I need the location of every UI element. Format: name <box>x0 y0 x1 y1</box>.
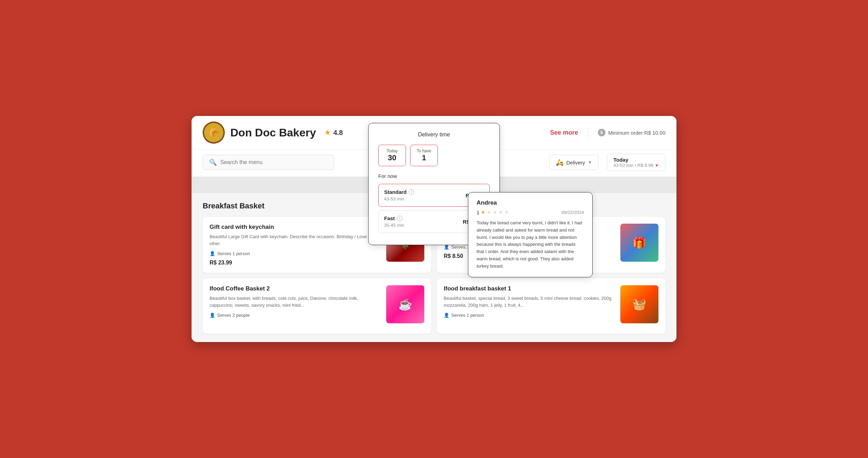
star-empty-2: ★ <box>493 209 497 215</box>
popup-title: Delivery time <box>378 132 490 138</box>
coin-icon: $ <box>598 129 605 136</box>
product-desc-4: Beautiful basket, special bread, 3 sweet… <box>444 295 615 308</box>
star-filled-1: ★ <box>481 209 485 215</box>
search-box[interactable]: 🔍 <box>203 155 334 170</box>
product-info-3: Ifood Coffee Basket 2 Beautiful box bask… <box>210 285 381 321</box>
person-icon-1: 👤 <box>210 251 215 256</box>
chevron-red-icon: ▼ <box>655 163 659 168</box>
serves-row-4: 👤 Serves 1 person <box>444 313 615 318</box>
logo-icon: 🥐 <box>204 123 223 142</box>
review-text: Today the bread came very burnt, I didn'… <box>477 219 584 270</box>
info-icon-standard[interactable]: i <box>409 189 414 195</box>
product-image-2: 🎁 <box>620 224 658 262</box>
tab-today-num: 30 <box>385 153 399 162</box>
product-card-3[interactable]: Ifood Coffee Basket 2 Beautiful box bask… <box>203 278 431 334</box>
tab-tohave-label: To have <box>417 149 431 153</box>
product-info-4: Ifood breakfast basket 1 Beautiful baske… <box>444 285 615 321</box>
today-sub-text: 43-53 min • R$ 9.99 <box>613 163 653 168</box>
serves-text-1: Serves 1 person <box>217 251 250 256</box>
date-tabs: Today 30 To have 1 <box>378 145 490 166</box>
product-name-1: Gift card with keychain <box>210 224 381 231</box>
delivery-selector[interactable]: 🛵 Delivery ▼ <box>549 155 599 170</box>
today-button[interactable]: Today 43-53 min • R$ 9.99 ▼ <box>607 154 665 171</box>
search-input[interactable] <box>220 159 328 165</box>
store-rating: ★ 4.8 <box>324 128 343 137</box>
min-order: $ Minimum order R$ 10.00 <box>598 129 665 136</box>
star-empty-3: ★ <box>498 209 503 215</box>
review-stars: 1 ★ ★ ★ ★ ★ <box>477 209 509 215</box>
today-label: Today <box>613 157 659 163</box>
today-sub: 43-53 min • R$ 9.99 ▼ <box>613 163 659 168</box>
for-now-label: For now <box>378 173 490 179</box>
delivery-icon: 🛵 <box>556 159 564 166</box>
info-icon-fast[interactable]: i <box>397 216 402 221</box>
tab-today-label: Today <box>385 149 399 153</box>
min-order-label: Minimum order R$ 10.00 <box>608 130 665 136</box>
rating-value: 4.8 <box>333 129 343 137</box>
product-image-4: 🧺 <box>620 285 658 323</box>
star-icon: ★ <box>324 128 331 137</box>
product-name-3: Ifood Coffee Basket 2 <box>210 285 381 292</box>
store-name: Don Doc Bakery <box>230 126 316 139</box>
serves-text-4: Serves 1 person <box>451 313 484 318</box>
product-desc-3: Beautiful box basket, with breads, cold … <box>210 295 381 308</box>
person-icon-3: 👤 <box>210 313 215 318</box>
product-name-4: Ifood breakfast basket 1 <box>444 285 615 292</box>
review-popup: Andrea 1 ★ ★ ★ ★ ★ 09/22/2024 Today the … <box>468 192 593 277</box>
tab-tohave[interactable]: To have 1 <box>410 145 438 166</box>
product-card-4[interactable]: Ifood breakfast basket 1 Beautiful baske… <box>437 278 665 334</box>
review-date: 09/22/2024 <box>561 210 584 215</box>
rating-number: 1 <box>477 209 479 215</box>
star-empty-1: ★ <box>487 209 491 215</box>
product-info-1: Gift card with keychain Beautiful Large … <box>210 224 381 266</box>
option-name-standard: Standard i <box>384 189 414 195</box>
serves-text-3: Serves 2 people <box>217 313 250 318</box>
option-name-fast: Fast i <box>384 215 404 221</box>
review-meta: 1 ★ ★ ★ ★ ★ 09/22/2024 <box>477 209 584 215</box>
reviewer-name: Andrea <box>477 199 584 206</box>
see-more-button[interactable]: See more <box>550 129 578 136</box>
star-empty-4: ★ <box>504 209 509 215</box>
chevron-down-icon: ▼ <box>588 160 592 165</box>
serves-row-1: 👤 Serves 1 person <box>210 251 381 256</box>
store-logo: 🥐 <box>203 122 225 144</box>
person-icon-4: 👤 <box>444 313 449 318</box>
option-time-standard: 43-53 min <box>384 196 414 201</box>
option-time-fast: 35-45 min <box>384 223 404 228</box>
product-image-3: ☕ <box>386 285 424 323</box>
serves-row-3: 👤 Serves 2 people <box>210 313 381 318</box>
delivery-label: Delivery <box>566 160 585 165</box>
header-divider <box>588 128 588 137</box>
search-icon: 🔍 <box>209 159 217 166</box>
tab-today[interactable]: Today 30 <box>378 145 406 166</box>
product-price-1: R$ 23.99 <box>210 260 381 266</box>
tab-tohave-num: 1 <box>417 153 431 162</box>
product-desc-1: Beautiful Large Gift Card with keychain.… <box>210 233 381 247</box>
